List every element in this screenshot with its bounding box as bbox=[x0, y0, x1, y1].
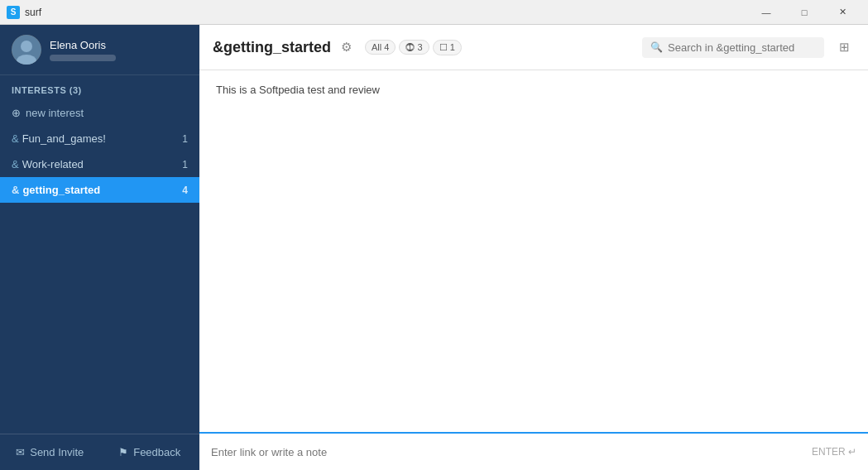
flag-icon: ⚑ bbox=[118, 446, 128, 458]
header-filters: All 4 ⓵ 3 ☐ 1 bbox=[365, 40, 462, 55]
user-section: Elena Ooris bbox=[0, 25, 199, 75]
interest-badge-fun: 1 bbox=[182, 133, 188, 145]
titlebar: S surf — □ ✕ bbox=[0, 0, 868, 25]
user-status-bar bbox=[50, 55, 116, 61]
maximize-button[interactable]: □ bbox=[785, 0, 823, 25]
interest-name-fun: Fun_and_games! bbox=[22, 132, 106, 145]
feedback-button[interactable]: ⚑ Feedback bbox=[100, 434, 200, 470]
app-body: Elena Ooris INTERESTS (3) ⊕ new interest… bbox=[0, 25, 868, 470]
user-info: Elena Ooris bbox=[50, 39, 116, 61]
interests-header: INTERESTS (3) bbox=[0, 75, 199, 100]
ampersand-icon-fun: & bbox=[12, 132, 19, 145]
main-body: This is a Softpedia test and review bbox=[199, 70, 868, 432]
channel-title: &getting_started bbox=[213, 39, 331, 56]
new-interest-button[interactable]: ⊕ new interest bbox=[0, 100, 199, 126]
send-invite-label: Send Invite bbox=[30, 446, 84, 458]
ampersand-icon-work: & bbox=[12, 158, 19, 170]
filter-bookmarked[interactable]: ☐ 1 bbox=[433, 40, 462, 55]
grid-view-button[interactable]: ⊞ bbox=[834, 36, 855, 58]
search-icon: 🔍 bbox=[650, 41, 663, 53]
main-content: &getting_started ⚙ All 4 ⓵ 3 ☐ 1 🔍 ⊞ Thi… bbox=[199, 25, 868, 470]
sidebar: Elena Ooris INTERESTS (3) ⊕ new interest… bbox=[0, 25, 199, 470]
sidebar-item-fun[interactable]: & Fun_and_games! 1 bbox=[0, 126, 199, 151]
enter-button[interactable]: ENTER ↵ bbox=[812, 446, 856, 458]
user-name: Elena Ooris bbox=[50, 39, 116, 51]
filter-all[interactable]: All 4 bbox=[365, 40, 396, 55]
filter-flagged[interactable]: ⓵ 3 bbox=[399, 40, 429, 55]
interest-name-getting-started: getting_started bbox=[22, 184, 100, 196]
channel-description: This is a Softpedia test and review bbox=[216, 84, 851, 96]
send-invite-button[interactable]: ✉ Send Invite bbox=[0, 434, 100, 470]
ampersand-icon-getting-started: & bbox=[12, 184, 19, 196]
svg-point-1 bbox=[21, 41, 32, 52]
main-header: &getting_started ⚙ All 4 ⓵ 3 ☐ 1 🔍 ⊞ bbox=[199, 25, 868, 70]
note-input[interactable] bbox=[211, 446, 812, 458]
search-input[interactable] bbox=[668, 41, 816, 54]
new-interest-label: new interest bbox=[26, 107, 84, 119]
interest-badge-getting-started: 4 bbox=[182, 185, 188, 196]
sidebar-item-work[interactable]: & Work-related 1 bbox=[0, 151, 199, 177]
avatar bbox=[12, 35, 41, 65]
titlebar-title: surf bbox=[25, 7, 747, 18]
feedback-label: Feedback bbox=[133, 446, 180, 458]
interest-badge-work: 1 bbox=[182, 159, 188, 170]
sidebar-item-getting-started[interactable]: & getting_started 4 bbox=[0, 177, 199, 203]
minimize-button[interactable]: — bbox=[747, 0, 785, 25]
window-controls: — □ ✕ bbox=[747, 0, 861, 25]
search-box: 🔍 bbox=[642, 37, 824, 58]
interest-name-work: Work-related bbox=[22, 158, 84, 170]
mail-icon: ✉ bbox=[16, 446, 25, 458]
close-button[interactable]: ✕ bbox=[823, 0, 861, 25]
settings-button[interactable]: ⚙ bbox=[341, 40, 352, 55]
plus-icon: ⊕ bbox=[12, 107, 21, 119]
bottom-bar: ENTER ↵ bbox=[199, 432, 868, 470]
sidebar-bottom: ✉ Send Invite ⚑ Feedback bbox=[0, 434, 199, 470]
app-icon: S bbox=[7, 6, 20, 19]
